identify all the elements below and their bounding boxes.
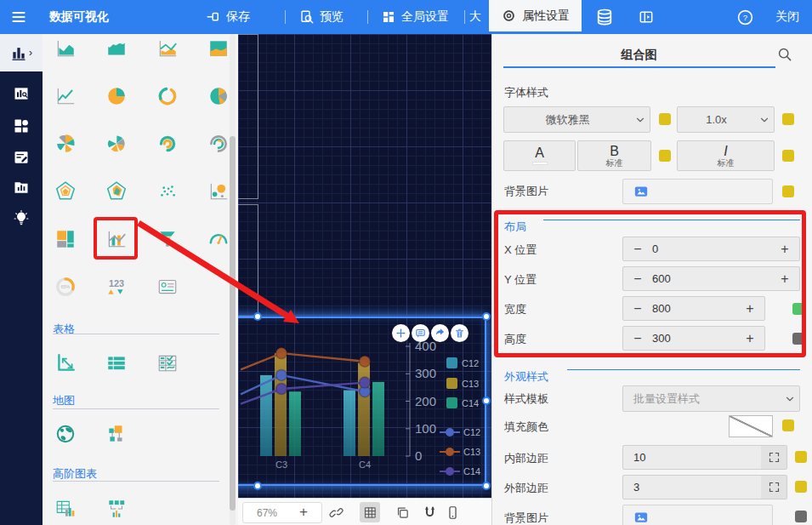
lib-item-gauge-icon[interactable] (206, 226, 231, 252)
selection-handle-4[interactable] (482, 482, 491, 490)
lib-item-radar-icon[interactable] (53, 179, 78, 204)
selection-handle-3[interactable] (253, 482, 262, 490)
sidebar-item-edit[interactable] (0, 142, 43, 173)
expand-icon[interactable] (761, 476, 786, 499)
inner-padding-input[interactable]: 10 (622, 445, 787, 470)
bg-image2-swatch[interactable] (795, 511, 807, 522)
lib-item-funnel-icon[interactable] (155, 226, 180, 252)
fill-color-picker[interactable] (729, 415, 773, 437)
lib-item-rose-icon[interactable] (53, 131, 78, 157)
font-bold-button[interactable]: B标准 (577, 140, 651, 171)
library-scrollbar[interactable] (230, 34, 236, 525)
plus-button[interactable]: + (770, 271, 799, 287)
selection-handle-1[interactable] (482, 312, 491, 321)
lib-item-pie-multi-icon[interactable] (206, 83, 231, 109)
sidebar-item-charts[interactable]: › (0, 34, 43, 71)
fill-color-swatch[interactable] (782, 419, 794, 431)
expand-icon[interactable] (761, 446, 786, 469)
lib-item-ring-gauge-icon[interactable] (155, 131, 180, 157)
layout-stepper-3[interactable]: −300+ (622, 326, 765, 351)
lib-item-table-check-icon[interactable] (155, 351, 180, 376)
grid-icon[interactable] (360, 502, 380, 522)
stepper-value[interactable]: 300 (652, 332, 671, 345)
minus-button[interactable]: − (623, 271, 652, 287)
lib-item-area-smooth-icon[interactable] (104, 36, 129, 61)
preview-button[interactable]: 预览 (299, 0, 344, 34)
stepper-value[interactable]: 800 (652, 302, 671, 315)
lib-item-info-card-icon[interactable] (155, 274, 180, 300)
panel-toggle-button[interactable] (638, 0, 655, 34)
search-icon[interactable] (776, 46, 793, 63)
bg-image2-button[interactable] (622, 505, 773, 525)
lib-item-area-basic-icon[interactable] (53, 36, 78, 61)
delete-icon[interactable] (451, 324, 468, 342)
stepper-value[interactable]: 600 (652, 272, 671, 285)
selection-handle-0[interactable] (253, 312, 262, 321)
plus-button[interactable]: + (735, 301, 764, 317)
global-settings-button[interactable]: 全局设置 (381, 0, 449, 34)
lib-item-combo-icon[interactable] (104, 226, 129, 252)
minus-button[interactable]: − (623, 331, 652, 346)
lib-item-rose-multi-icon[interactable] (104, 131, 129, 157)
zoom-in-button[interactable]: + (299, 504, 308, 521)
scrollbar-thumb[interactable] (230, 136, 236, 511)
magnet-icon[interactable] (419, 502, 440, 522)
move-icon[interactable] (392, 324, 410, 342)
bold-swatch[interactable] (659, 150, 671, 162)
sidebar-item-dashboard[interactable] (0, 111, 43, 141)
layout-swatch-green[interactable] (792, 303, 804, 315)
lib-item-area-filled-icon[interactable] (206, 36, 231, 61)
menu-icon[interactable] (10, 0, 27, 34)
partial-menu-item[interactable]: 大 (469, 0, 481, 34)
bg-image-swatch[interactable] (782, 185, 794, 197)
layout-swatch-gray[interactable] (792, 333, 804, 345)
lib-item-treemap-icon[interactable] (53, 226, 78, 252)
plus-button[interactable]: + (770, 242, 799, 257)
layout-stepper-2[interactable]: −800+ (622, 296, 765, 321)
lib-item-percent-ring-icon[interactable]: 65% (53, 274, 78, 300)
plus-button[interactable]: + (735, 331, 764, 346)
lib-item-table-custom-icon[interactable] (53, 351, 78, 376)
lib-item-table-basic-icon[interactable] (104, 351, 129, 376)
lib-item-number-card-icon[interactable]: 123 (104, 274, 129, 300)
font-family-swatch[interactable] (659, 113, 671, 125)
design-canvas[interactable]: 0100200300400C3C4C12C13C14C12C13C14 (238, 34, 491, 498)
save-button[interactable]: 保存 (206, 0, 250, 34)
lib-item-donut-icon[interactable] (155, 83, 180, 109)
minus-button[interactable]: − (623, 242, 652, 257)
lib-item-pie-basic-icon[interactable] (104, 83, 129, 109)
share-icon[interactable] (431, 324, 449, 342)
layout-stepper-0[interactable]: −0+ (622, 237, 800, 261)
stepper-value[interactable]: 0 (652, 243, 658, 255)
font-size-swatch[interactable] (782, 113, 794, 125)
lib-item-bubble-icon[interactable] (206, 179, 231, 204)
outer-padding-input[interactable]: 3 (622, 475, 787, 499)
lib-item-adv-table-chart-icon[interactable] (53, 496, 78, 522)
font-color-button[interactable]: A (503, 140, 576, 171)
sidebar-item-folder[interactable] (0, 172, 43, 203)
inner-padding-swatch[interactable] (795, 451, 807, 463)
outer-padding-swatch[interactable] (795, 481, 807, 493)
lib-item-line-basic-icon[interactable] (53, 83, 78, 109)
phone-icon[interactable] (442, 502, 463, 522)
lib-item-map-globe-icon[interactable] (53, 421, 78, 447)
lib-item-map-flow-icon[interactable] (104, 421, 129, 447)
close-button[interactable]: 关闭 (775, 0, 799, 34)
tab-properties[interactable]: 属性设置 (489, 0, 582, 34)
data-source-button[interactable] (595, 0, 614, 34)
font-size-select[interactable]: 1.0x (677, 106, 775, 133)
comment-icon[interactable] (412, 324, 429, 342)
lib-item-ring-gauge2-icon[interactable] (206, 131, 231, 157)
style-template-select[interactable]: 批量设置样式 (622, 385, 800, 412)
lib-item-area-line-icon[interactable] (155, 36, 180, 61)
lib-item-radar-filled-icon[interactable] (104, 179, 129, 204)
italic-swatch[interactable] (782, 150, 794, 162)
copy-icon[interactable] (392, 502, 412, 522)
font-family-select[interactable]: 微软雅黑 (503, 106, 650, 133)
sidebar-item-ideas[interactable] (0, 203, 43, 234)
font-italic-button[interactable]: I标准 (677, 140, 775, 171)
lib-item-scatter-icon[interactable] (155, 179, 180, 204)
sidebar-item-chart-user[interactable] (0, 78, 43, 109)
selection-handle-2[interactable] (482, 397, 491, 405)
bg-image-button[interactable] (622, 179, 773, 204)
